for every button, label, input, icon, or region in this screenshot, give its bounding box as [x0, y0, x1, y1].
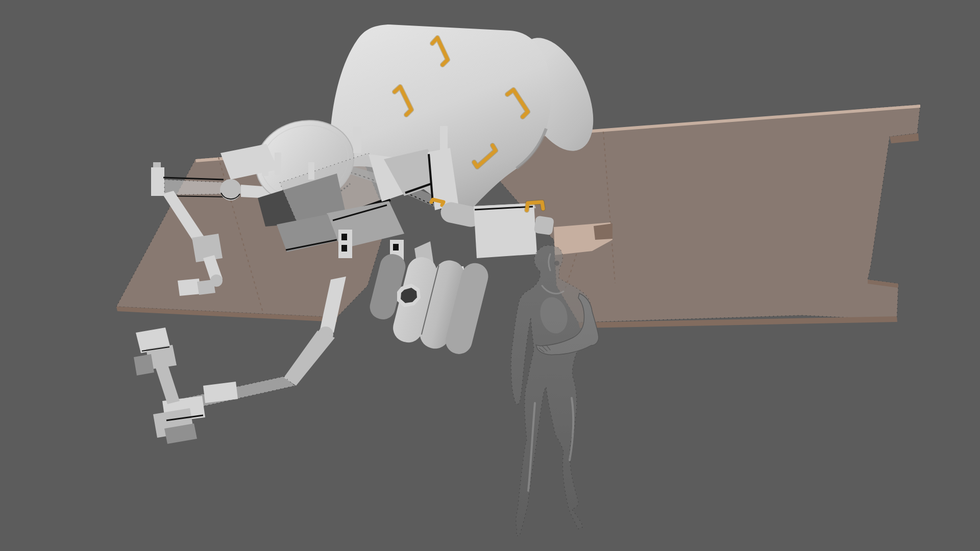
arm-ball-joint[interactable] [220, 179, 241, 201]
render-canvas[interactable] [0, 0, 980, 551]
viewport[interactable] [0, 0, 980, 551]
solar-panel-hinge-shadow [594, 223, 612, 240]
arm-gripper-box-3[interactable] [134, 354, 154, 375]
deck-post [353, 127, 361, 153]
figure-ear [554, 261, 559, 266]
deck-post [440, 126, 448, 154]
ladder-notch [393, 244, 399, 251]
deck-post [308, 162, 314, 180]
deck-minibox-2[interactable] [197, 280, 215, 295]
ladder-notch [341, 234, 347, 240]
deck-minibox-1[interactable] [178, 279, 201, 296]
ladder-notch [341, 245, 347, 252]
arm-end-bracket[interactable] [151, 167, 164, 196]
deck-post [262, 156, 268, 176]
panel-stub[interactable] [534, 215, 554, 235]
deck-post [275, 153, 281, 175]
